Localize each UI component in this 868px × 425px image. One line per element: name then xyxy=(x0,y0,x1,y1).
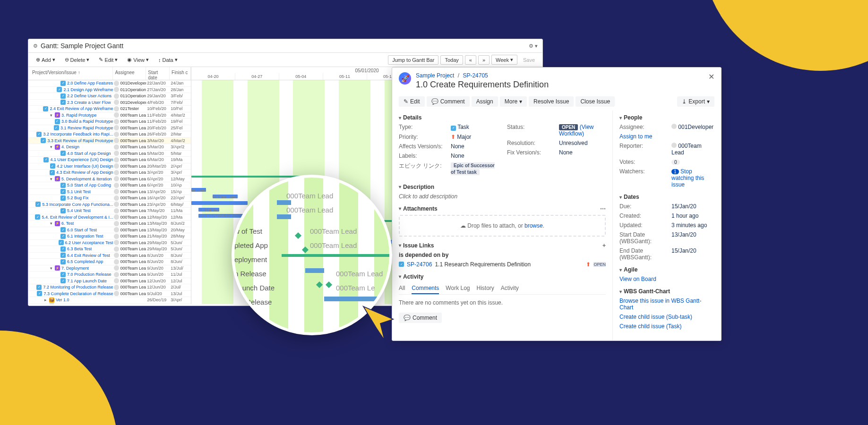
table-row[interactable]: ✓2.2 Define User Actions 011Operation29/… xyxy=(28,93,191,100)
sect-activity[interactable]: Activity xyxy=(399,273,606,280)
table-row[interactable]: ✓7.2 Monitoring of Production Release 00… xyxy=(28,284,191,291)
sect-attachments[interactable]: Attachments⋯ xyxy=(399,205,606,212)
table-row[interactable]: ✓7.3 Complete Declaration of Release 000… xyxy=(28,291,191,298)
tab-history[interactable]: History xyxy=(477,283,494,294)
more-button[interactable]: More ▾ xyxy=(500,96,527,107)
table-row[interactable]: ✓6.5 Completed App 000Team Lead8/Jun/208… xyxy=(28,259,191,265)
gantt-title: Gantt: Sample Project Gantt xyxy=(41,42,529,50)
wbs-link-1[interactable]: Create child issue (Sub-task) xyxy=(619,314,714,320)
sect-dates[interactable]: Dates xyxy=(619,194,714,200)
issue-link-row[interactable]: ✓ SP-24706 1.1 Research Requirements Def… xyxy=(399,261,606,268)
add-link-icon[interactable]: + xyxy=(602,242,606,249)
table-row[interactable]: ✓6.2 User Acceptance Test 000Team Lead29… xyxy=(28,240,191,246)
table-row[interactable]: ✓6.4 Exit Review of Test 000Team Lead8/J… xyxy=(28,253,191,259)
close-issue-button[interactable]: Close Issue xyxy=(576,96,615,107)
close-icon[interactable]: ✕ xyxy=(708,72,714,81)
sect-description[interactable]: Description xyxy=(399,184,606,190)
table-row[interactable]: ✓4.1 User Experience (UX) Design 000Team… xyxy=(28,157,191,163)
table-row[interactable]: ✓5.4. Exit Review of Development & I... … xyxy=(28,214,191,221)
col-issue[interactable]: Project/Version/Issue ↑ xyxy=(28,67,113,80)
edit-button[interactable]: ✎ Edit ▾ xyxy=(95,55,121,64)
table-row[interactable]: ✓2.4 Exit Review of App Wireframe 021Tes… xyxy=(28,106,191,112)
table-row[interactable]: ✓2.3 Create a User Flow 001Developer4/Fe… xyxy=(28,100,191,106)
wbs-link-2[interactable]: Create child issue (Task) xyxy=(619,323,714,330)
table-row[interactable]: ✓3.1 Review Rapid Prototype 000Team Lead… xyxy=(28,125,191,132)
comment-button[interactable]: 💬 Comment xyxy=(427,96,470,107)
table-row[interactable]: ✓5.4 Unit Test 000Team Lead7/May/2011/Ma xyxy=(28,208,191,214)
detail-panel: 🚀 Sample Project / SP-24705 1.0 Create R… xyxy=(392,67,722,341)
table-row[interactable]: ▾⚡4. Design 000Team Lead5/Mar/203/Apr/2 xyxy=(28,144,191,151)
table-row[interactable]: ✓3.0 Build a Rapid Prototype 000Team Lea… xyxy=(28,119,191,125)
table-row[interactable]: ✓3.2 Incorporate Feedback into Rapi... 0… xyxy=(28,131,191,138)
table-row[interactable]: ▸📦Ver 1.19/Jan/2012/Fel xyxy=(28,304,191,305)
crumb-project[interactable]: Sample Project xyxy=(416,72,454,79)
table-row[interactable]: ▾⚡5. Development & Iteration 000Team Lea… xyxy=(28,176,191,183)
project-avatar: 🚀 xyxy=(399,72,411,85)
today-button[interactable]: Today xyxy=(440,55,463,65)
timeline-day: 05-04 xyxy=(279,73,323,80)
gear-icon-right[interactable]: ⚙ ▾ xyxy=(529,43,538,49)
data-button[interactable]: ↕ Data ▾ xyxy=(155,55,181,64)
sect-issuelinks[interactable]: Issue Links+ xyxy=(399,242,606,249)
sect-wbs[interactable]: WBS Gantt-Chart xyxy=(619,288,714,295)
table-row[interactable]: ✓4.2 User Interface (UI) Design 000Team … xyxy=(28,163,191,170)
table-row[interactable]: ✓3.3 Exit Review of Rapid Prototype 000T… xyxy=(28,138,191,144)
table-row[interactable]: ✓5.1 Unit Test 000Team Lead13/Apr/2015/A… xyxy=(28,189,191,196)
gantt-toolbar: ⊕ Add ▾ ⊖ Delete ▾ ✎ Edit ▾ ◉ View ▾ ↕ D… xyxy=(28,53,542,67)
table-row[interactable]: ✓2.1 Design App Wireframe 011Operation27… xyxy=(28,87,191,94)
week-button[interactable]: Week ▾ xyxy=(491,55,517,65)
sect-agile[interactable]: Agile xyxy=(619,266,714,273)
tab-comments[interactable]: Comments xyxy=(412,283,439,294)
add-button[interactable]: ⊕ Add ▾ xyxy=(32,55,59,64)
col-finish[interactable]: Finish c xyxy=(170,67,191,80)
save-button[interactable]: Save xyxy=(519,56,539,64)
dropzone[interactable]: ☁ Drop files to attach, or browse. xyxy=(399,215,606,237)
gantt-header: ⚙ Gantt: Sample Project Gantt ⚙ ▾ xyxy=(28,39,542,53)
tab-all[interactable]: All xyxy=(399,283,405,294)
desc-placeholder[interactable]: Click to add description xyxy=(399,193,606,200)
resolve-button[interactable]: Resolve Issue xyxy=(529,96,574,107)
table-row[interactable]: ✓6.0 Start of Test 000Team Lead13/May/20… xyxy=(28,227,191,234)
crumb-key[interactable]: SP-24705 xyxy=(463,72,488,79)
table-row[interactable]: ✓6.3 Beta Test 000Team Lead29/May/205/Ju… xyxy=(28,246,191,253)
timeline-day: 04-27 xyxy=(235,73,279,80)
col-assignee[interactable]: Assignee xyxy=(113,67,146,80)
export-button[interactable]: ⤓ Export ▾ xyxy=(677,96,714,107)
breadcrumb: Sample Project / SP-24705 xyxy=(416,72,549,79)
grid-pane: Project/Version/Issue ↑ Assignee Start d… xyxy=(28,67,191,304)
tab-worklog[interactable]: Work Log xyxy=(446,283,470,294)
table-row[interactable]: ✓5.0 Start of App Coding 000Team Lead6/A… xyxy=(28,182,191,189)
wbs-link-0[interactable]: Browse this issue in WBS Gantt-Chart xyxy=(619,298,714,311)
prev-button[interactable]: « xyxy=(465,55,476,65)
next-button[interactable]: » xyxy=(478,55,490,65)
table-row[interactable]: ▾⚡7. Deployment 000Team Lead9/Jun/2013/J… xyxy=(28,265,191,272)
svg-marker-0 xyxy=(363,306,393,340)
sect-details[interactable]: Details xyxy=(399,114,606,121)
table-row[interactable]: ✓5.3 Incorporate Core App Functiona... 0… xyxy=(28,202,191,208)
view-on-board-link[interactable]: View on Board xyxy=(619,276,714,282)
table-row[interactable]: ▸📦Ver 1.026/Dec/193/Apr/ xyxy=(28,297,191,304)
delete-button[interactable]: ⊖ Delete ▾ xyxy=(61,55,94,64)
table-row[interactable]: ✓5.2 Bug Fix 000Team Lead16/Apr/2022/Apr… xyxy=(28,195,191,202)
timeline-day: 04-20 xyxy=(191,73,235,80)
assign-button[interactable]: Assign xyxy=(472,96,498,107)
table-row[interactable]: ✓4.0 Start of App Design 000Team Lead5/M… xyxy=(28,151,191,157)
tab-activity[interactable]: Activity xyxy=(501,283,519,294)
add-comment-button[interactable]: 💬 Comment xyxy=(399,313,442,323)
table-row[interactable]: ✓4.3 Exit Review of App Design 000Team L… xyxy=(28,170,191,176)
table-row[interactable]: ▾⚡3. Rapid Prototype 000Team Lead11/Feb/… xyxy=(28,112,191,119)
more-icon[interactable]: ⋯ xyxy=(600,205,606,212)
table-row[interactable]: ▾⚡6. Test 000Team Lead13/May/208/Jun/2 xyxy=(28,221,191,227)
table-row[interactable]: ✓7.0 Production Release 000Team Lead9/Ju… xyxy=(28,272,191,278)
assign-to-me-link[interactable]: Assign to me xyxy=(619,133,714,140)
view-button[interactable]: ◉ View ▾ xyxy=(123,55,153,64)
edit-button[interactable]: ✎ Edit xyxy=(399,96,425,107)
table-row[interactable]: ✓6.1 Integration Test 000Team Lead21/May… xyxy=(28,233,191,240)
table-row[interactable]: ✓2.0 Define App Features 001Developer22/… xyxy=(28,80,191,87)
gear-icon: ⚙ xyxy=(33,43,38,49)
table-row[interactable]: ✓7.1 App Launch Date 000Team Lead12/Jun/… xyxy=(28,278,191,285)
col-start[interactable]: Start date xyxy=(146,67,170,80)
sect-people[interactable]: People xyxy=(619,114,714,121)
timeline-day: 05-11 xyxy=(323,73,367,80)
jump-button[interactable]: Jump to Gantt Bar xyxy=(388,55,438,65)
